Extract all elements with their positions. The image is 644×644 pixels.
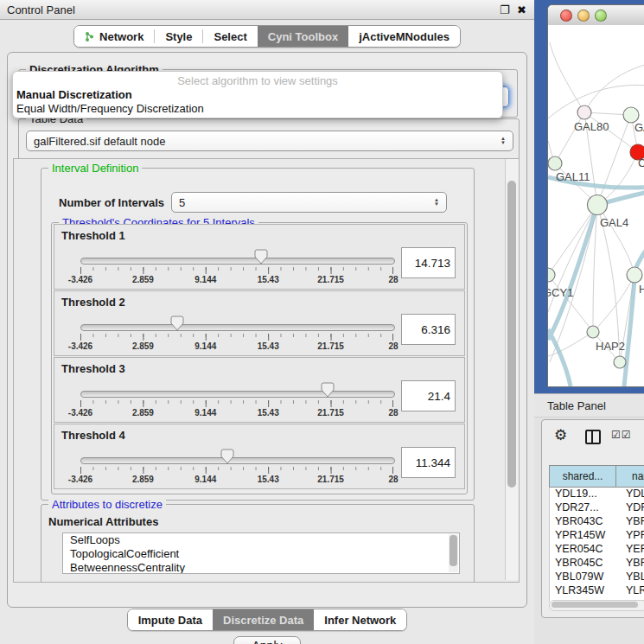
tab-label: Network	[99, 30, 143, 43]
float-window-icon[interactable]: ❐	[500, 3, 510, 16]
table-data-group: Table Data galFiltered.sif default node …	[18, 118, 520, 160]
node-gcy1[interactable]	[548, 268, 555, 282]
node-label: C	[638, 156, 644, 169]
group-title: Interval Definition	[48, 162, 142, 175]
tab-cyni-toolbox[interactable]: Cyni Toolbox	[258, 26, 348, 47]
control-panel-titlebar: Control Panel ❐ ✖	[0, 0, 534, 20]
node-gal11[interactable]	[548, 156, 562, 170]
table-row[interactable]: YBR045CYBR0	[550, 557, 644, 571]
threshold-2-slider[interactable]: -3.426 2.859 9.144 15.43 21.715 28	[80, 310, 393, 352]
node-bottom[interactable]	[614, 356, 626, 368]
dropdown-option-manual[interactable]: Manual Discretization	[13, 88, 502, 102]
node-label: H	[639, 283, 644, 296]
threshold-1-slider[interactable]: -3.426 2.859 9.144 15.43 21.715 28	[80, 244, 393, 285]
threshold-3-value-field[interactable]: 21.4	[401, 380, 456, 411]
scrollbar-thumb[interactable]	[552, 602, 638, 608]
slider-track[interactable]	[80, 258, 395, 265]
scrollbar-thumb[interactable]	[507, 181, 516, 488]
threshold-4-value-field[interactable]: 11.344	[401, 447, 456, 478]
node-gal4[interactable]	[588, 195, 608, 215]
node-label: GCY1	[548, 286, 573, 299]
number-of-intervals-label: Number of Intervals	[59, 196, 164, 209]
slider-ticks	[80, 400, 393, 407]
node-table: shared... name YDL19...YDL1 YDR27...YDR2…	[549, 465, 644, 602]
slider-handle[interactable]	[321, 382, 335, 398]
table-data-combobox[interactable]: galFiltered.sif default node ▲▼	[26, 131, 513, 151]
vertical-scrollbar[interactable]	[505, 159, 519, 580]
column-browser-icon[interactable]	[585, 430, 601, 444]
thresholds-group: Threshold's Coordinates for 5 Intervals …	[51, 222, 468, 494]
tab-impute-data[interactable]: Impute Data	[128, 609, 213, 630]
slider-tick-labels: -3.426 2.859 9.144 15.43 21.715 28	[80, 475, 393, 485]
close-traffic-light-icon[interactable]	[560, 10, 572, 22]
bottom-tab-bar: Impute Data Discretize Data Infer Networ…	[0, 609, 534, 631]
table-row[interactable]: YBR043CYBR0	[550, 515, 644, 529]
threshold-panel: Threshold 1 -3.426 2.859 9.	[54, 224, 465, 290]
table-header-row: shared... name	[549, 465, 644, 488]
table-row[interactable]: YBL079WYBL0	[550, 571, 644, 584]
threshold-panel: Threshold 2 -3.426 2.859 9.	[54, 290, 465, 356]
list-scrollbar[interactable]	[449, 534, 458, 572]
intervals-value: 5	[179, 196, 185, 209]
slider-track[interactable]	[80, 391, 395, 398]
list-item[interactable]: SelfLoops	[63, 533, 459, 547]
gear-icon[interactable]: ⚙	[554, 426, 567, 444]
tab-jactivemnodules[interactable]: jActiveMNodules	[348, 26, 460, 47]
interval-definition-group: Interval Definition Number of Intervals …	[41, 168, 475, 501]
slider-track[interactable]	[80, 324, 395, 331]
tab-infer-network[interactable]: Infer Network	[314, 609, 406, 630]
column-header-name[interactable]: name	[616, 466, 644, 487]
slider-tick-labels: -3.426 2.859 9.144 15.43 21.715 28	[80, 341, 393, 352]
horizontal-scrollbar[interactable]	[549, 600, 644, 611]
slider-tick-labels: -3.426 2.859 9.144 15.43 21.715 28	[80, 408, 393, 418]
table-body: YDL19...YDL1 YDR27...YDR2 YBR043CYBR0 YP…	[549, 488, 644, 602]
group-title: Attributes to discretize	[48, 498, 166, 511]
network-canvas[interactable]: GAL80 GA C GAL11 GAL4 GCY1 H HAP2	[548, 25, 644, 386]
number-of-intervals-combobox[interactable]: 5 ▲▼	[171, 192, 447, 213]
close-icon[interactable]: ✖	[517, 3, 526, 16]
table-row[interactable]: YPR145WYPR1	[550, 529, 644, 543]
node-gal80[interactable]	[577, 105, 591, 119]
column-header-shared-name[interactable]: shared...	[550, 466, 616, 487]
network-view-frame: GAL80 GA C GAL11 GAL4 GCY1 H HAP2	[534, 0, 644, 393]
list-item[interactable]: BetweennessCentrality	[63, 561, 459, 574]
tab-style[interactable]: Style	[155, 26, 202, 47]
apply-button[interactable]: Apply	[233, 636, 300, 644]
attributes-list[interactable]: SelfLoops TopologicalCoefficient Between…	[62, 532, 460, 574]
screen: Control Panel ❐ ✖ Network Style	[0, 0, 644, 644]
network-window: GAL80 GA C GAL11 GAL4 GCY1 H HAP2	[547, 4, 644, 387]
settings-scroll-area: Interval Definition Number of Intervals …	[13, 158, 520, 583]
control-panel: Control Panel ❐ ✖ Network Style	[0, 0, 535, 644]
tab-label: Style	[165, 30, 192, 43]
tab-network[interactable]: Network	[74, 26, 154, 47]
threshold-1-value-field[interactable]: 14.713	[401, 247, 456, 278]
slider-handle[interactable]	[254, 249, 268, 265]
select-columns-icon[interactable]: ☑☑	[611, 429, 632, 441]
table-row[interactable]: YDR27...YDR2	[550, 501, 644, 515]
threshold-2-value-field[interactable]: 6.316	[401, 314, 456, 345]
threshold-4-slider[interactable]: -3.426 2.859 9.144 15.43 21.715 28	[80, 443, 393, 485]
tab-select[interactable]: Select	[203, 26, 257, 47]
network-window-titlebar[interactable]	[548, 5, 644, 26]
zoom-traffic-light-icon[interactable]	[595, 10, 607, 22]
slider-ticks	[80, 267, 393, 274]
list-item[interactable]: TopologicalCoefficient	[63, 547, 459, 561]
tab-label: Impute Data	[138, 614, 202, 627]
apply-button-row: Apply	[8, 636, 526, 644]
table-row[interactable]: YER054CYER0	[550, 543, 644, 557]
table-row[interactable]: YDL19...YDL1	[550, 488, 644, 501]
tab-discretize-data[interactable]: Discretize Data	[213, 609, 314, 630]
slider-handle[interactable]	[220, 449, 234, 464]
node-h[interactable]	[627, 267, 642, 283]
minimize-traffic-light-icon[interactable]	[577, 10, 590, 22]
slider-handle[interactable]	[170, 316, 184, 331]
slider-ticks	[80, 467, 393, 474]
threshold-3-slider[interactable]: -3.426 2.859 9.144 15.43 21.715 28	[80, 377, 393, 418]
scrollbar-thumb[interactable]	[450, 535, 457, 566]
dropdown-option-equal-width[interactable]: Equal Width/Frequency Discretization	[13, 102, 502, 116]
table-row[interactable]: YLR345WYLR3	[550, 584, 644, 598]
slider-track[interactable]	[80, 457, 395, 464]
threshold-panel: Threshold 3 -3.426 2.859 9.	[54, 357, 465, 423]
table-toolbar: ⚙ ☑☑	[542, 425, 644, 451]
node-hap2[interactable]	[587, 326, 599, 338]
